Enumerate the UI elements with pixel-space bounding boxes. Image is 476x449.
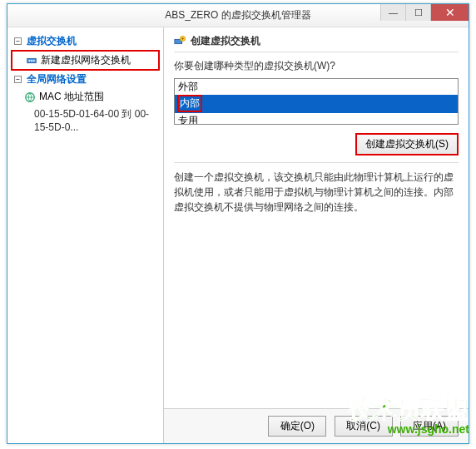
section-label: 全局网络设置 <box>27 72 87 86</box>
tree-subitem-mac-range-value[interactable]: 00-15-5D-01-64-00 到 00-15-5D-0... <box>11 106 160 135</box>
window-controls: — ☐ ✕ <box>380 4 469 21</box>
bottom-button-bar: 确定(O) 取消(C) 应用(A) <box>164 408 469 443</box>
list-item[interactable]: 专用 <box>175 113 458 125</box>
description-text: 创建一个虚拟交换机，该交换机只能由此物理计算机上运行的虚拟机使用，或者只能用于虚… <box>174 170 459 215</box>
create-virtual-switch-button[interactable]: 创建虚拟交换机(S) <box>355 133 459 155</box>
left-tree-pane: − 虚拟交换机 新建虚拟网络交换机 − 全局网络设置 MAC 地址范围 00-1… <box>7 27 164 443</box>
right-header-label: 创建虚拟交换机 <box>191 34 260 48</box>
maximize-button[interactable]: ☐ <box>405 4 430 21</box>
switch-create-icon <box>174 36 186 47</box>
collapse-icon[interactable]: − <box>14 76 22 83</box>
network-icon <box>24 91 36 103</box>
svg-rect-3 <box>33 60 35 62</box>
window-title: ABS_ZERO 的虚拟交换机管理器 <box>165 8 310 22</box>
switch-icon <box>26 55 37 67</box>
minimize-button[interactable]: — <box>380 4 405 21</box>
ok-button[interactable]: 确定(O) <box>268 416 326 437</box>
tree-item-new-virtual-switch[interactable]: 新建虚拟网络交换机 <box>11 50 160 71</box>
svg-rect-2 <box>31 60 32 62</box>
tree-item-mac-range[interactable]: MAC 地址范围 <box>11 88 160 106</box>
app-window: ABS_ZERO 的虚拟交换机管理器 — ☐ ✕ − 虚拟交换机 新建虚拟网络交… <box>7 3 469 444</box>
create-button-row: 创建虚拟交换机(S) <box>174 133 459 155</box>
tree-section-global-settings[interactable]: − 全局网络设置 <box>11 71 160 88</box>
content-area: − 虚拟交换机 新建虚拟网络交换机 − 全局网络设置 MAC 地址范围 00-1… <box>7 27 469 443</box>
tree-item-label: MAC 地址范围 <box>39 90 104 104</box>
section-label: 虚拟交换机 <box>27 34 77 48</box>
svg-rect-1 <box>29 60 31 62</box>
highlight-box: 内部 <box>177 95 202 112</box>
type-prompt: 你要创建哪种类型的虚拟交换机(W)? <box>174 59 459 73</box>
list-item[interactable]: 内部 <box>175 95 458 113</box>
right-pane: 创建虚拟交换机 你要创建哪种类型的虚拟交换机(W)? 外部 内部 专用 创建虚拟… <box>164 27 469 443</box>
cancel-button[interactable]: 取消(C) <box>335 416 393 437</box>
list-item[interactable]: 外部 <box>175 79 458 95</box>
right-pane-header: 创建虚拟交换机 <box>174 34 459 52</box>
tree-section-virtual-switches[interactable]: − 虚拟交换机 <box>11 32 160 50</box>
apply-button[interactable]: 应用(A) <box>400 416 459 437</box>
close-button[interactable]: ✕ <box>430 4 469 21</box>
tree-item-label: 新建虚拟网络交换机 <box>41 53 131 67</box>
collapse-icon[interactable]: − <box>14 37 22 45</box>
titlebar: ABS_ZERO 的虚拟交换机管理器 — ☐ ✕ <box>7 4 469 27</box>
switch-type-listbox[interactable]: 外部 内部 专用 <box>174 78 459 125</box>
